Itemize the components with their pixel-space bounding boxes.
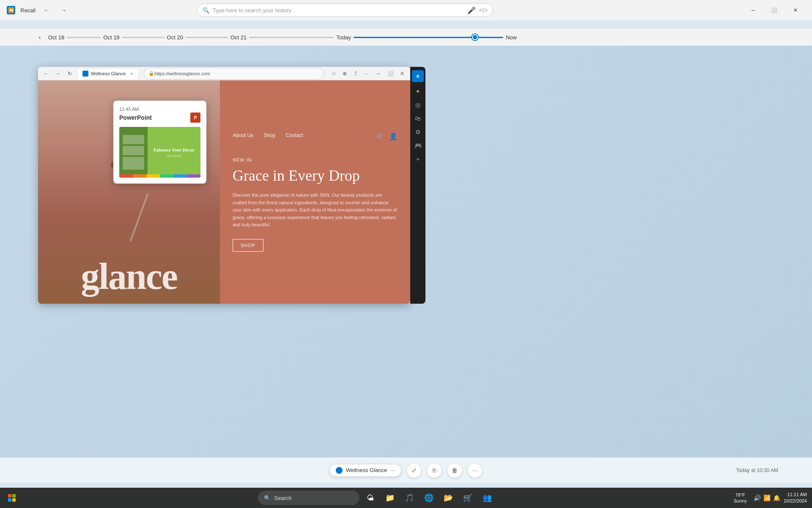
minimize-button[interactable]: ─ xyxy=(743,3,763,17)
tooltip-app-name: PowerPoint xyxy=(119,114,152,121)
taskbar-edge-btn[interactable]: 🌐 xyxy=(420,489,437,506)
user-icon[interactable]: 👤 xyxy=(389,132,398,140)
taskbar-clock[interactable]: 11:11 AM 10/22/2024 xyxy=(784,492,807,505)
taskbar-files-btn[interactable]: 📁 xyxy=(381,489,398,506)
forward-button[interactable]: → xyxy=(58,4,69,16)
edge-shopping-btn[interactable]: 🛍 xyxy=(412,113,424,124)
timeline-item-oct21[interactable]: Oct 21 xyxy=(228,34,249,41)
sound-icon[interactable]: 📶 xyxy=(763,494,771,501)
edge-discover-btn[interactable]: ◎ xyxy=(412,99,424,111)
back-button[interactable]: ← xyxy=(41,4,52,16)
wifi-icon[interactable]: 🔊 xyxy=(754,494,761,501)
timeline-today: Today xyxy=(334,34,354,41)
main-content-area: ← → ↻ Wellness Glance ✕ 🔒 https://wellne… xyxy=(0,46,812,483)
website-nav-contact[interactable]: Contact xyxy=(285,132,303,140)
browser-menu-btn[interactable]: ··· xyxy=(362,69,371,78)
browser-addressbar[interactable]: 🔒 https://wellnessglance.com xyxy=(144,68,324,80)
timeline: ‹ Oct 18 Oct 19 Oct 20 Oct 21 Today Now xyxy=(0,29,812,46)
browser-minimize-btn[interactable]: ─ xyxy=(374,69,383,78)
product-headline: Grace in Every Drop xyxy=(233,167,398,185)
taskbar-time: 11:11 AM xyxy=(787,492,807,498)
color-swatch-purple xyxy=(187,174,200,178)
browser-back-btn[interactable]: ← xyxy=(41,69,51,78)
browser-restore-btn[interactable]: ⬜ xyxy=(386,69,395,78)
taskbar-music-btn[interactable]: 🎵 xyxy=(401,489,418,506)
taskbar-search-label: Search xyxy=(274,495,291,501)
toolbar-tab-pill[interactable]: Wellness Glance ··· xyxy=(329,464,401,477)
history-search-bar[interactable]: 🔍 Type here to search your history 🎤 </> xyxy=(197,3,493,17)
preview-headline: Enhance Your Decor xyxy=(154,147,195,153)
taskbar-files2-btn[interactable]: 📂 xyxy=(440,489,457,506)
svg-rect-3 xyxy=(12,498,16,502)
timeline-date-oct18: Oct 18 xyxy=(46,34,67,41)
battery-icon[interactable]: 🔔 xyxy=(773,494,780,501)
browser-close-btn[interactable]: ✕ xyxy=(398,69,407,78)
browser-collections-btn[interactable]: ⊕ xyxy=(340,69,349,78)
weather-desc: Sunny xyxy=(734,498,747,504)
taskbar-teams-btn[interactable]: 👥 xyxy=(479,489,496,506)
browser-share-btn[interactable]: ⤴ xyxy=(351,69,360,78)
toolbar-tab-label: Wellness Glance xyxy=(346,467,387,473)
timeline-item-oct19[interactable]: Oct 19 xyxy=(101,34,122,41)
browser-tab-close[interactable]: ✕ xyxy=(130,71,133,76)
browser-star-btn[interactable]: ☆ xyxy=(329,69,338,78)
browser-forward-btn[interactable]: → xyxy=(53,69,63,78)
timeline-item-today[interactable]: Today xyxy=(334,34,354,41)
cart-icon[interactable]: 🛒 xyxy=(376,132,384,140)
edge-tools-btn[interactable]: ⚙ xyxy=(412,126,424,138)
tooltip-preview[interactable]: Enhance Your Decor Your Decor xyxy=(119,127,200,178)
toolbar-copy-btn[interactable]: ⎘ xyxy=(427,463,442,478)
svg-rect-2 xyxy=(8,498,11,502)
taskbar-sys-icons: 🔊 📶 🔔 xyxy=(754,494,780,501)
app-title: Recall xyxy=(20,7,36,14)
timeline-back-button[interactable]: ‹ xyxy=(34,31,46,43)
timeline-track-2 xyxy=(122,37,165,38)
timeline-track-3 xyxy=(186,37,228,38)
browser-tab[interactable]: Wellness Glance ✕ xyxy=(77,68,139,79)
timeline-item-oct20[interactable]: Oct 20 xyxy=(165,34,186,41)
restore-button[interactable]: ⬜ xyxy=(765,3,784,17)
close-button[interactable]: ✕ xyxy=(786,3,805,17)
toolbar-tab-dots: ··· xyxy=(390,467,395,473)
timeline-dot xyxy=(472,34,478,40)
preview-color-bar xyxy=(119,174,200,178)
edge-copilot-btn[interactable]: ✦ xyxy=(412,85,424,97)
timeline-track-1 xyxy=(67,37,101,38)
svg-rect-0 xyxy=(8,494,11,497)
timeline-track-after-dot xyxy=(478,37,503,38)
browser-titlebar: ← → ↻ Wellness Glance ✕ 🔒 https://wellne… xyxy=(38,67,410,80)
toolbar-more-btn[interactable]: ··· xyxy=(467,463,483,478)
taskbar-store-btn[interactable]: 🛒 xyxy=(459,489,476,506)
browser-favicon xyxy=(82,71,88,77)
timeline-track-4 xyxy=(249,37,334,38)
edge-games-btn[interactable]: 🎮 xyxy=(412,140,424,151)
timeline-item-oct18[interactable]: Oct 18 xyxy=(46,34,67,41)
taskbar: 🔍 Search 🌤 📁 🎵 🌐 📂 🛒 👥 78°F Sunny 🔊 📶 🔔 … xyxy=(0,488,812,508)
mic-icon[interactable]: 🎤 xyxy=(467,6,476,14)
toolbar-delete-btn[interactable]: 🗑 xyxy=(447,463,462,478)
preview-slide: Enhance Your Decor Your Decor xyxy=(148,127,200,178)
search-icon: 🔍 xyxy=(203,7,209,14)
browser-refresh-btn[interactable]: ↻ xyxy=(65,69,74,78)
shop-button[interactable]: SHOP xyxy=(233,239,263,252)
website-nav: About Us Shop Contact 🛒 👤 xyxy=(233,132,398,140)
website-nav-shop[interactable]: Shop xyxy=(263,132,275,140)
lock-icon: 🔒 xyxy=(148,71,154,76)
preview-thumb-3 xyxy=(123,157,144,170)
app-icon: ⏪ xyxy=(7,6,15,14)
toolbar-expand-btn[interactable]: ⤢ xyxy=(406,463,422,478)
code-icon[interactable]: </> xyxy=(479,7,488,14)
website-nav-about[interactable]: About Us xyxy=(233,132,253,140)
edge-add-btn[interactable]: + xyxy=(412,153,424,165)
svg-rect-1 xyxy=(12,494,16,497)
taskbar-widgets-btn[interactable]: 🌤 xyxy=(362,489,379,506)
search-placeholder: Type here to search your history xyxy=(213,7,291,14)
edge-logo-btn[interactable]: e xyxy=(412,70,424,82)
start-button[interactable] xyxy=(3,489,20,506)
taskbar-search-bar[interactable]: 🔍 Search xyxy=(258,491,359,505)
color-swatch-blue xyxy=(173,174,187,178)
preview-text: Enhance Your Decor Your Decor xyxy=(154,147,195,157)
timeline-now: Now xyxy=(503,34,519,41)
taskbar-center: 🔍 Search 🌤 📁 🎵 🌐 📂 🛒 👥 xyxy=(20,489,734,506)
color-swatch-red xyxy=(119,174,133,178)
